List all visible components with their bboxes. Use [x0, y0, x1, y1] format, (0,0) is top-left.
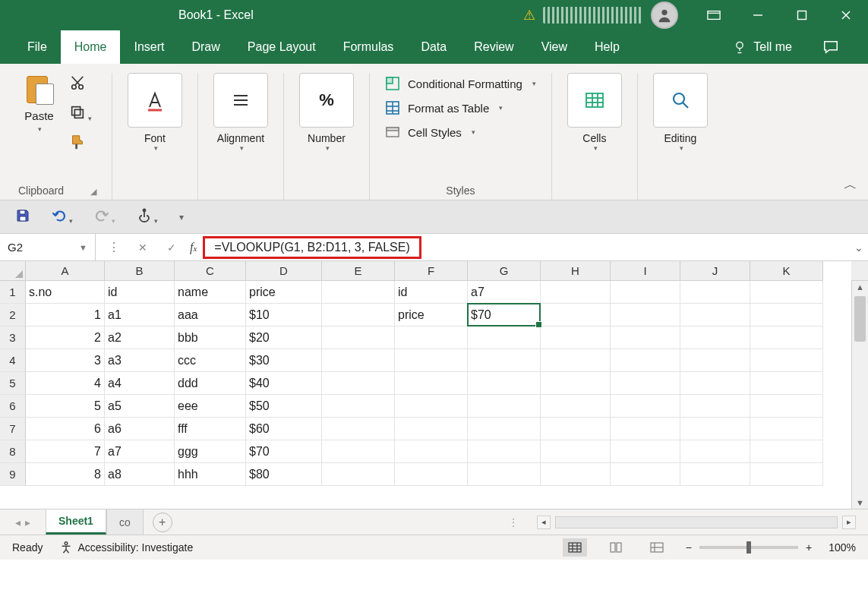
cell[interactable]: a2 — [105, 326, 175, 349]
cell[interactable]: a1 — [105, 304, 175, 326]
cell[interactable]: a5 — [105, 395, 175, 418]
cell[interactable]: a8 — [105, 463, 175, 486]
zoom-slider[interactable]: − + — [686, 541, 812, 554]
zoom-in-button[interactable]: + — [806, 541, 812, 554]
cell[interactable] — [468, 326, 541, 349]
cut-button[interactable] — [69, 74, 92, 93]
cell[interactable] — [750, 304, 823, 326]
formula-input-highlighted[interactable]: =VLOOKUP(G1, B2:D11, 3, FALSE) — [203, 236, 421, 259]
column-header[interactable]: E — [322, 261, 395, 281]
cell[interactable] — [611, 304, 680, 326]
chevron-down-icon[interactable]: ▾ — [594, 144, 598, 152]
tab-home[interactable]: Home — [61, 30, 121, 64]
cell[interactable] — [541, 440, 611, 463]
cell[interactable] — [468, 395, 541, 418]
cell[interactable]: price — [395, 304, 468, 326]
name-box[interactable]: G2 ▼ — [0, 234, 96, 260]
cell[interactable] — [611, 281, 680, 304]
column-header[interactable]: J — [680, 261, 750, 281]
cell[interactable] — [680, 440, 750, 463]
row-header[interactable]: 7 — [0, 418, 26, 440]
horizontal-scrollbar[interactable]: ◂ ▸ — [537, 516, 856, 529]
cell[interactable] — [395, 440, 468, 463]
cell[interactable] — [322, 418, 395, 440]
minimize-button[interactable] — [736, 0, 780, 30]
cell[interactable] — [611, 349, 680, 372]
formula-input[interactable] — [421, 234, 850, 260]
accessibility-status[interactable]: Accessibility: Investigate — [59, 541, 193, 554]
cell[interactable] — [611, 463, 680, 486]
column-header[interactable]: F — [395, 261, 468, 281]
row-header[interactable]: 9 — [0, 463, 26, 486]
cell[interactable]: $50 — [246, 395, 322, 418]
cell[interactable] — [680, 281, 750, 304]
row-header[interactable]: 6 — [0, 395, 26, 418]
cell[interactable]: hhh — [175, 463, 246, 486]
tab-help[interactable]: Help — [581, 30, 633, 64]
cell[interactable] — [468, 349, 541, 372]
editing-button[interactable] — [653, 73, 708, 128]
copy-button[interactable]: ▾ — [69, 104, 92, 123]
sheet-tab-co[interactable]: co — [106, 509, 144, 535]
scroll-left-icon[interactable]: ◂ — [537, 516, 551, 529]
cell[interactable]: 8 — [26, 463, 105, 486]
cell[interactable] — [611, 372, 680, 395]
cell[interactable] — [541, 463, 611, 486]
cell[interactable] — [395, 372, 468, 395]
cell-styles-button[interactable]: Cell Styles▾ — [385, 125, 536, 140]
zoom-level[interactable]: 100% — [829, 541, 856, 554]
dialog-launcher-icon[interactable]: ◢ — [90, 187, 96, 196]
cell[interactable]: 5 — [26, 395, 105, 418]
column-header[interactable]: I — [611, 261, 680, 281]
column-header[interactable]: B — [105, 261, 175, 281]
cell[interactable] — [322, 281, 395, 304]
tab-view[interactable]: View — [528, 30, 581, 64]
cell[interactable] — [541, 395, 611, 418]
cell[interactable]: bbb — [175, 326, 246, 349]
cell[interactable]: $20 — [246, 326, 322, 349]
sheet-tab-sheet1[interactable]: Sheet1 — [46, 509, 106, 535]
column-header[interactable]: D — [246, 261, 322, 281]
format-painter-button[interactable] — [69, 134, 92, 153]
cell[interactable] — [468, 372, 541, 395]
cell[interactable]: ggg — [175, 440, 246, 463]
conditional-formatting-button[interactable]: Conditional Formatting▾ — [385, 76, 536, 91]
fx-icon[interactable]: fx — [190, 241, 197, 254]
row-header[interactable]: 8 — [0, 440, 26, 463]
cell[interactable]: ccc — [175, 349, 246, 372]
cell[interactable] — [541, 304, 611, 326]
normal-view-button[interactable] — [563, 538, 587, 557]
cell[interactable]: 2 — [26, 326, 105, 349]
cell[interactable]: ddd — [175, 372, 246, 395]
cells-button[interactable] — [567, 73, 622, 128]
maximize-button[interactable] — [780, 0, 824, 30]
cell[interactable]: a4 — [105, 372, 175, 395]
scroll-right-icon[interactable]: ▸ — [842, 516, 856, 529]
cell[interactable] — [750, 395, 823, 418]
alignment-button[interactable] — [213, 73, 268, 128]
expand-formula-bar-button[interactable]: ⌄ — [850, 241, 868, 254]
cell[interactable] — [541, 281, 611, 304]
row-header[interactable]: 4 — [0, 349, 26, 372]
number-button[interactable]: % — [299, 73, 354, 128]
undo-button[interactable]: ▾ — [52, 208, 73, 226]
cell[interactable] — [750, 326, 823, 349]
cell[interactable] — [750, 281, 823, 304]
chevron-down-icon[interactable]: ▾ — [326, 144, 330, 152]
sheet-nav-prev-button[interactable]: ◂ — [15, 516, 21, 528]
cell[interactable]: 4 — [26, 372, 105, 395]
cell[interactable] — [680, 395, 750, 418]
cell[interactable]: eee — [175, 395, 246, 418]
cell[interactable]: $30 — [246, 349, 322, 372]
tab-draw[interactable]: Draw — [178, 30, 233, 64]
cell[interactable] — [322, 395, 395, 418]
cell[interactable] — [680, 349, 750, 372]
cell[interactable] — [680, 418, 750, 440]
cell[interactable]: name — [175, 281, 246, 304]
page-break-view-button[interactable] — [645, 538, 669, 557]
row-header[interactable]: 5 — [0, 372, 26, 395]
cell[interactable] — [395, 326, 468, 349]
cell[interactable] — [468, 418, 541, 440]
cell[interactable] — [322, 326, 395, 349]
cell[interactable] — [468, 440, 541, 463]
